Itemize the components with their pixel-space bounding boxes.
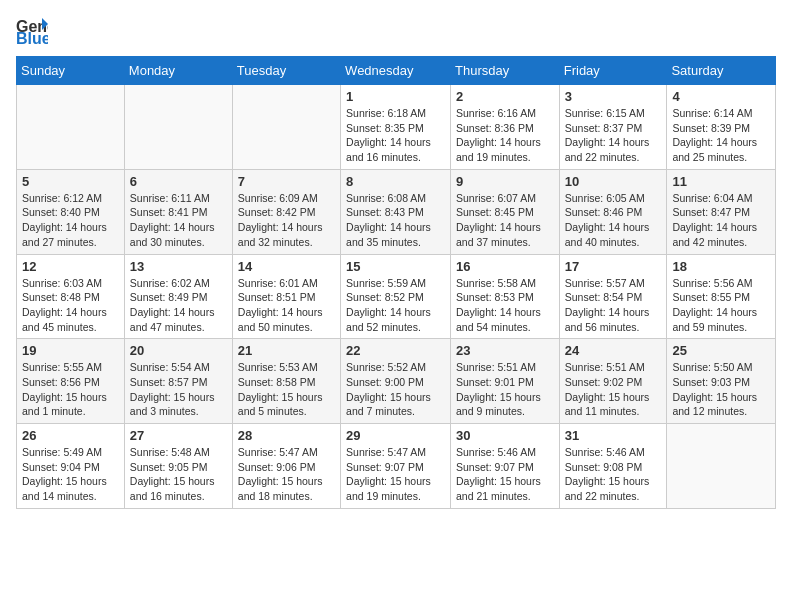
day-number: 24 <box>565 343 662 358</box>
calendar-cell: 13Sunrise: 6:02 AM Sunset: 8:49 PM Dayli… <box>124 254 232 339</box>
calendar-week-row: 19Sunrise: 5:55 AM Sunset: 8:56 PM Dayli… <box>17 339 776 424</box>
calendar-cell: 5Sunrise: 6:12 AM Sunset: 8:40 PM Daylig… <box>17 169 125 254</box>
day-number: 4 <box>672 89 770 104</box>
calendar-week-row: 5Sunrise: 6:12 AM Sunset: 8:40 PM Daylig… <box>17 169 776 254</box>
calendar-week-row: 1Sunrise: 6:18 AM Sunset: 8:35 PM Daylig… <box>17 85 776 170</box>
day-info: Sunrise: 5:58 AM Sunset: 8:53 PM Dayligh… <box>456 276 554 335</box>
calendar-cell: 31Sunrise: 5:46 AM Sunset: 9:08 PM Dayli… <box>559 424 667 509</box>
day-info: Sunrise: 5:49 AM Sunset: 9:04 PM Dayligh… <box>22 445 119 504</box>
day-info: Sunrise: 5:53 AM Sunset: 8:58 PM Dayligh… <box>238 360 335 419</box>
day-info: Sunrise: 6:16 AM Sunset: 8:36 PM Dayligh… <box>456 106 554 165</box>
calendar-cell: 14Sunrise: 6:01 AM Sunset: 8:51 PM Dayli… <box>232 254 340 339</box>
day-number: 3 <box>565 89 662 104</box>
day-number: 19 <box>22 343 119 358</box>
day-number: 5 <box>22 174 119 189</box>
day-info: Sunrise: 6:01 AM Sunset: 8:51 PM Dayligh… <box>238 276 335 335</box>
day-info: Sunrise: 5:47 AM Sunset: 9:06 PM Dayligh… <box>238 445 335 504</box>
calendar-cell: 19Sunrise: 5:55 AM Sunset: 8:56 PM Dayli… <box>17 339 125 424</box>
header: General Blue <box>16 16 776 44</box>
day-info: Sunrise: 5:57 AM Sunset: 8:54 PM Dayligh… <box>565 276 662 335</box>
day-number: 10 <box>565 174 662 189</box>
day-info: Sunrise: 6:08 AM Sunset: 8:43 PM Dayligh… <box>346 191 445 250</box>
day-number: 16 <box>456 259 554 274</box>
day-info: Sunrise: 6:04 AM Sunset: 8:47 PM Dayligh… <box>672 191 770 250</box>
svg-text:Blue: Blue <box>16 30 48 44</box>
day-number: 9 <box>456 174 554 189</box>
calendar-cell: 25Sunrise: 5:50 AM Sunset: 9:03 PM Dayli… <box>667 339 776 424</box>
calendar-table: SundayMondayTuesdayWednesdayThursdayFrid… <box>16 56 776 509</box>
day-number: 15 <box>346 259 445 274</box>
day-number: 31 <box>565 428 662 443</box>
day-info: Sunrise: 6:05 AM Sunset: 8:46 PM Dayligh… <box>565 191 662 250</box>
day-number: 25 <box>672 343 770 358</box>
logo-icon: General Blue <box>16 16 48 44</box>
day-number: 1 <box>346 89 445 104</box>
calendar-cell: 17Sunrise: 5:57 AM Sunset: 8:54 PM Dayli… <box>559 254 667 339</box>
day-info: Sunrise: 6:15 AM Sunset: 8:37 PM Dayligh… <box>565 106 662 165</box>
day-info: Sunrise: 6:18 AM Sunset: 8:35 PM Dayligh… <box>346 106 445 165</box>
day-info: Sunrise: 6:09 AM Sunset: 8:42 PM Dayligh… <box>238 191 335 250</box>
day-info: Sunrise: 5:52 AM Sunset: 9:00 PM Dayligh… <box>346 360 445 419</box>
weekday-header-wednesday: Wednesday <box>341 57 451 85</box>
calendar-cell: 30Sunrise: 5:46 AM Sunset: 9:07 PM Dayli… <box>451 424 560 509</box>
day-info: Sunrise: 5:59 AM Sunset: 8:52 PM Dayligh… <box>346 276 445 335</box>
calendar-cell: 10Sunrise: 6:05 AM Sunset: 8:46 PM Dayli… <box>559 169 667 254</box>
calendar-cell: 12Sunrise: 6:03 AM Sunset: 8:48 PM Dayli… <box>17 254 125 339</box>
day-number: 20 <box>130 343 227 358</box>
calendar-cell: 9Sunrise: 6:07 AM Sunset: 8:45 PM Daylig… <box>451 169 560 254</box>
day-number: 14 <box>238 259 335 274</box>
day-number: 30 <box>456 428 554 443</box>
calendar-cell: 22Sunrise: 5:52 AM Sunset: 9:00 PM Dayli… <box>341 339 451 424</box>
day-number: 11 <box>672 174 770 189</box>
calendar-cell <box>667 424 776 509</box>
day-number: 2 <box>456 89 554 104</box>
day-info: Sunrise: 5:56 AM Sunset: 8:55 PM Dayligh… <box>672 276 770 335</box>
calendar-cell: 8Sunrise: 6:08 AM Sunset: 8:43 PM Daylig… <box>341 169 451 254</box>
day-number: 23 <box>456 343 554 358</box>
calendar-cell: 23Sunrise: 5:51 AM Sunset: 9:01 PM Dayli… <box>451 339 560 424</box>
calendar-cell <box>17 85 125 170</box>
day-info: Sunrise: 6:11 AM Sunset: 8:41 PM Dayligh… <box>130 191 227 250</box>
day-number: 12 <box>22 259 119 274</box>
weekday-header-monday: Monday <box>124 57 232 85</box>
weekday-header-friday: Friday <box>559 57 667 85</box>
day-info: Sunrise: 6:03 AM Sunset: 8:48 PM Dayligh… <box>22 276 119 335</box>
weekday-header-sunday: Sunday <box>17 57 125 85</box>
calendar-cell <box>124 85 232 170</box>
day-info: Sunrise: 6:14 AM Sunset: 8:39 PM Dayligh… <box>672 106 770 165</box>
calendar-cell: 28Sunrise: 5:47 AM Sunset: 9:06 PM Dayli… <box>232 424 340 509</box>
calendar-cell: 16Sunrise: 5:58 AM Sunset: 8:53 PM Dayli… <box>451 254 560 339</box>
day-number: 27 <box>130 428 227 443</box>
calendar-cell <box>232 85 340 170</box>
day-info: Sunrise: 6:07 AM Sunset: 8:45 PM Dayligh… <box>456 191 554 250</box>
calendar-cell: 7Sunrise: 6:09 AM Sunset: 8:42 PM Daylig… <box>232 169 340 254</box>
day-info: Sunrise: 6:12 AM Sunset: 8:40 PM Dayligh… <box>22 191 119 250</box>
day-number: 8 <box>346 174 445 189</box>
day-info: Sunrise: 5:51 AM Sunset: 9:02 PM Dayligh… <box>565 360 662 419</box>
weekday-header-row: SundayMondayTuesdayWednesdayThursdayFrid… <box>17 57 776 85</box>
day-info: Sunrise: 5:55 AM Sunset: 8:56 PM Dayligh… <box>22 360 119 419</box>
calendar-cell: 1Sunrise: 6:18 AM Sunset: 8:35 PM Daylig… <box>341 85 451 170</box>
day-info: Sunrise: 5:51 AM Sunset: 9:01 PM Dayligh… <box>456 360 554 419</box>
day-info: Sunrise: 5:48 AM Sunset: 9:05 PM Dayligh… <box>130 445 227 504</box>
day-number: 28 <box>238 428 335 443</box>
calendar-cell: 29Sunrise: 5:47 AM Sunset: 9:07 PM Dayli… <box>341 424 451 509</box>
calendar-week-row: 12Sunrise: 6:03 AM Sunset: 8:48 PM Dayli… <box>17 254 776 339</box>
day-number: 6 <box>130 174 227 189</box>
logo: General Blue <box>16 16 48 44</box>
calendar-cell: 6Sunrise: 6:11 AM Sunset: 8:41 PM Daylig… <box>124 169 232 254</box>
day-number: 21 <box>238 343 335 358</box>
calendar-cell: 24Sunrise: 5:51 AM Sunset: 9:02 PM Dayli… <box>559 339 667 424</box>
weekday-header-tuesday: Tuesday <box>232 57 340 85</box>
calendar-cell: 21Sunrise: 5:53 AM Sunset: 8:58 PM Dayli… <box>232 339 340 424</box>
calendar-cell: 20Sunrise: 5:54 AM Sunset: 8:57 PM Dayli… <box>124 339 232 424</box>
calendar-cell: 26Sunrise: 5:49 AM Sunset: 9:04 PM Dayli… <box>17 424 125 509</box>
weekday-header-saturday: Saturday <box>667 57 776 85</box>
calendar-cell: 11Sunrise: 6:04 AM Sunset: 8:47 PM Dayli… <box>667 169 776 254</box>
day-info: Sunrise: 5:46 AM Sunset: 9:07 PM Dayligh… <box>456 445 554 504</box>
weekday-header-thursday: Thursday <box>451 57 560 85</box>
calendar-cell: 2Sunrise: 6:16 AM Sunset: 8:36 PM Daylig… <box>451 85 560 170</box>
day-number: 13 <box>130 259 227 274</box>
calendar-week-row: 26Sunrise: 5:49 AM Sunset: 9:04 PM Dayli… <box>17 424 776 509</box>
calendar-cell: 4Sunrise: 6:14 AM Sunset: 8:39 PM Daylig… <box>667 85 776 170</box>
